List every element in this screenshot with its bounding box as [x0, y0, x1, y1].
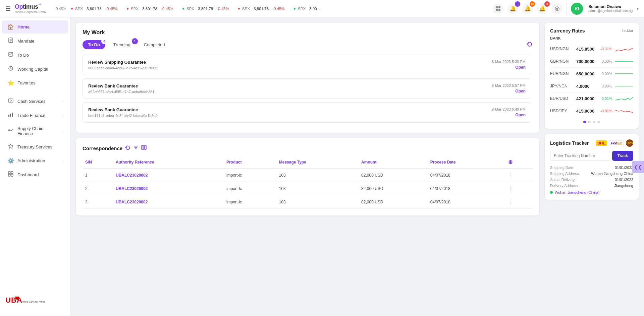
track-button[interactable]: Track [612, 151, 633, 161]
cell-product: import-lc [224, 168, 276, 182]
task-status[interactable]: Open [492, 113, 526, 117]
sidebar-item-home[interactable]: 🏠 Home [2, 20, 68, 34]
tracking-input[interactable] [550, 151, 610, 161]
task-status[interactable]: Open [492, 89, 526, 93]
currency-date: 14-Mar [622, 29, 633, 33]
layout: 🏠 Home Mandate To Do Working Capital ⭐ F… [0, 17, 644, 316]
currency-change: -0.01% [597, 109, 612, 113]
avatar: KI [571, 3, 583, 15]
dot-4[interactable] [597, 121, 600, 123]
col-message-type[interactable]: Message Type [276, 156, 359, 168]
sidebar-item-supply-chain[interactable]: Supply Chain Finance › [2, 123, 68, 139]
collapse-panel-button[interactable]: ❮❮ [632, 161, 644, 173]
delivery-address-row: Delivery Address: Jiangcheng [550, 184, 633, 188]
tab-todo[interactable]: To Do 8 [83, 40, 105, 49]
sidebar-item-favorites[interactable]: ⭐ Favorites [2, 76, 68, 89]
cell-more[interactable]: ⋮ [505, 182, 533, 195]
cell-date: 04/07/2018 [428, 195, 505, 209]
user-section: KI Solomon Onaiwu admin@kgmindustrial.co… [567, 3, 639, 15]
cell-more[interactable]: ⋮ [505, 195, 533, 209]
col-add[interactable]: ⊕ [505, 156, 533, 168]
currency-title: Currency Rates [550, 28, 585, 34]
col-sn[interactable]: S/N [83, 156, 113, 168]
svg-rect-21 [8, 172, 10, 174]
sidebar-label-treasury: Treasury Services [17, 144, 63, 149]
logo-text: Optimus™ [15, 3, 41, 10]
logistics-status-row: Wuhan Jiangcheng (China) [550, 190, 633, 194]
correspondence-card: Correspondence S/N Author [76, 138, 539, 215]
sidebar-label-administration: Administration [17, 158, 58, 163]
task-row: Review Shipping Guarantee 8869eaad-b64a-… [83, 55, 531, 75]
correspondence-table: S/N Authority Reference Product Message … [83, 156, 533, 209]
task-status[interactable]: Open [492, 65, 526, 70]
sidebar-label-favorites: Favorites [17, 80, 63, 85]
correspondence-header: Correspondence [83, 145, 533, 151]
task-meta: 8-Mar-2023 5:57 PM Open [492, 83, 526, 93]
tab-trending[interactable]: Trending 1 [108, 40, 136, 49]
sidebar-item-trade-finance[interactable]: Trade Finance › [2, 109, 68, 122]
cell-sn: 3 [83, 195, 113, 209]
col-authority-ref[interactable]: Authority Reference [113, 156, 224, 168]
task-id: 8869eaad-b64a-4ce8-8c7b-4ec62317b332 [88, 66, 158, 70]
fedex-logo: FedEx [609, 140, 624, 146]
cell-ref[interactable]: UBALC23020002 [113, 168, 224, 182]
tab-completed[interactable]: Completed [139, 40, 170, 49]
sidebar-label-dashboard: Dashboard [17, 172, 63, 177]
task-row: Review Bank Guarantee a92c9657-bfad-45f5… [83, 78, 531, 99]
col-product[interactable]: Product [224, 156, 276, 168]
logo-area: Optimus™ Global Corporate Portal [15, 3, 47, 14]
user-dropdown-chevron[interactable]: ▾ [637, 6, 639, 11]
task-info: Review Shipping Guarantee 8869eaad-b64a-… [88, 60, 158, 70]
currency-change: 0.00% [597, 72, 612, 76]
task-meta: 9-Mar-2023 6:49 PM Open [492, 107, 526, 117]
notification-bell-3[interactable]: 🔔 3 [537, 3, 548, 14]
dot-3[interactable] [593, 121, 595, 123]
cell-ref[interactable]: UBALC23020002 [113, 195, 224, 209]
tracking-input-row: Track [550, 151, 633, 161]
refresh-icon[interactable] [527, 41, 533, 49]
currency-value: 650.0000 [576, 71, 595, 76]
sidebar-item-todo[interactable]: To Do [2, 48, 68, 62]
tab-todo-badge: 8 [101, 38, 107, 44]
mini-chart-usdngn [615, 45, 633, 53]
ticker-item: ▼ SPX 3,801.78 -0.45% [237, 7, 285, 11]
cell-amount: 82,000 USD [359, 182, 428, 195]
cell-more[interactable]: ⋮ [505, 168, 533, 182]
svg-rect-16 [12, 113, 13, 117]
col-amount[interactable]: Amount [359, 156, 428, 168]
sidebar-item-mandate[interactable]: Mandate [2, 34, 68, 48]
menu-icon[interactable]: ☰ [5, 5, 11, 12]
col-process-date[interactable]: Process Date [428, 156, 505, 168]
shipping-date-label: Shipping Date: [550, 166, 574, 170]
sidebar-item-dashboard[interactable]: Dashboard [2, 168, 68, 181]
trade-finance-arrow: › [61, 113, 63, 117]
status-text[interactable]: Wuhan Jiangcheng (China) [555, 190, 599, 194]
task-id: a92c9657-bfad-45f5-a7a7-aebaffddb381 [88, 90, 154, 94]
uba-logo-section: UBA United Bank for Africa [0, 291, 70, 313]
correspondence-refresh-icon[interactable] [125, 145, 130, 151]
currency-value: 4.0000 [576, 84, 595, 89]
notification-bell-2[interactable]: 🔔 10 [522, 3, 533, 14]
notification-bell-1[interactable]: 🔔 8 [507, 3, 518, 14]
columns-icon[interactable] [141, 145, 147, 151]
dot-2[interactable] [588, 121, 591, 123]
sidebar-item-working-capital[interactable]: Working Capital [2, 62, 68, 76]
sidebar-item-administration[interactable]: ⚙️ Administration › [2, 154, 68, 167]
logo-sub: Global Corporate Portal [15, 10, 47, 14]
grid-icon[interactable] [493, 3, 503, 14]
currency-pair: EUR/NGN [550, 71, 574, 76]
radio-icon[interactable] [552, 3, 562, 14]
cell-amount: 82,000 USD [359, 195, 428, 209]
svg-rect-29 [143, 145, 145, 149]
cell-ref[interactable]: UBALC23020002 [113, 182, 224, 195]
notification-badge-1: 8 [515, 1, 520, 7]
dot-1[interactable] [583, 121, 586, 123]
task-row: Review Bank Guarantee bed171e1-edea-4d3f… [83, 102, 531, 123]
sidebar-item-treasury[interactable]: Treasury Services [2, 140, 68, 153]
sidebar-item-cash-services[interactable]: Cash Services › [2, 94, 68, 108]
shipping-date-row: Shipping Date: 01/01/2022 [550, 166, 633, 170]
filter-icon[interactable] [133, 145, 139, 151]
bank-label: BANK [550, 36, 633, 40]
svg-point-18 [12, 130, 13, 131]
svg-point-13 [10, 100, 11, 101]
